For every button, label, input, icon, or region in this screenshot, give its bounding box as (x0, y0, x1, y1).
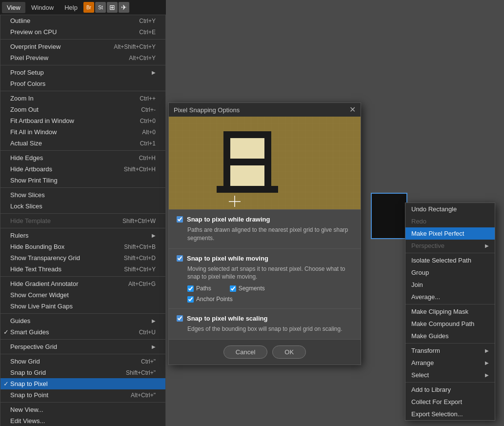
menu-tab-window[interactable]: Window (26, 2, 59, 13)
menu-item-hide-bounding-box[interactable]: Hide Bounding Box Shift+Ctrl+B (0, 241, 165, 252)
snap-scaling-checkbox[interactable] (177, 315, 183, 322)
ctx-sep-3 (405, 343, 495, 344)
menu-item-pixel-preview[interactable]: Pixel Preview Alt+Ctrl+Y (0, 52, 165, 63)
menu-item-show-corner-widget[interactable]: Show Corner Widget (0, 289, 165, 301)
dialog-preview (169, 117, 361, 209)
ctx-make-compound-path[interactable]: Make Compound Path (405, 318, 495, 330)
menu-item-fit-artboard[interactable]: Fit Artboard in Window Ctrl+0 (0, 115, 165, 126)
ctx-undo-rectangle[interactable]: Undo Rectangle (405, 203, 495, 215)
snap-moving-checkbox[interactable] (177, 255, 183, 262)
separator-9 (0, 313, 165, 314)
menu-item-guides[interactable]: Guides ▶ (0, 315, 165, 326)
st-icon[interactable]: St (95, 2, 106, 13)
br-icon[interactable]: Br (83, 2, 94, 13)
menu-item-show-grid[interactable]: Show Grid Ctrl+" (0, 356, 165, 367)
separator-11 (0, 354, 165, 354)
menu-item-overprint[interactable]: Overprint Preview Alt+Shift+Ctrl+Y (0, 41, 165, 52)
anchor-points-checkbox-label: Anchor Points (187, 296, 233, 303)
plane-icon[interactable]: ✈ (119, 2, 129, 13)
ctx-arrange[interactable]: Arrange ▶ (405, 357, 495, 369)
dialog-titlebar: Pixel Snapping Options ✕ (169, 103, 361, 117)
context-menu: Undo Rectangle Redo Make Pixel Perfect P… (405, 203, 495, 421)
ctx-select[interactable]: Select ▶ (405, 369, 495, 381)
ctx-transform[interactable]: Transform ▶ (405, 345, 495, 357)
menu-item-show-print-tiling[interactable]: Show Print Tiling (0, 175, 165, 186)
ctx-isolate-selected-path[interactable]: Isolate Selected Path (405, 254, 495, 266)
segments-checkbox-label: Segments (230, 285, 265, 292)
ctx-add-to-library[interactable]: Add to Library (405, 384, 495, 396)
separator-12 (0, 402, 165, 403)
ctx-redo: Redo (405, 215, 495, 227)
ctx-join[interactable]: Join (405, 279, 495, 291)
ctx-average[interactable]: Average... (405, 291, 495, 303)
segments-checkbox[interactable] (230, 285, 236, 292)
ctx-make-pixel-perfect[interactable]: Make Pixel Perfect (405, 227, 495, 240)
svg-rect-6 (217, 186, 278, 193)
separator-8 (0, 276, 165, 277)
ctx-export-selection[interactable]: Export Selection... (405, 408, 495, 420)
ctx-sep-4 (405, 382, 495, 383)
svg-rect-5 (223, 159, 271, 165)
menu-item-smart-guides[interactable]: Smart Guides Ctrl+U (0, 326, 165, 338)
menu-item-show-transparency-grid[interactable]: Show Transparency Grid Shift+Ctrl+D (0, 252, 165, 264)
ctx-collect-for-export[interactable]: Collect For Export (405, 396, 495, 408)
menu-item-hide-gradient-annotator[interactable]: Hide Gradient Annotator Alt+Ctrl+G (0, 278, 165, 289)
snap-moving-title: Snap to pixel while moving (177, 255, 353, 262)
separator-7 (0, 228, 165, 228)
menu-item-edit-views[interactable]: Edit Views... (0, 415, 165, 426)
ctx-group[interactable]: Group (405, 266, 495, 279)
menu-bar-tabs: View Window Help Br St ⊞ ✈ (0, 0, 166, 15)
menu-item-perspective-grid[interactable]: Perspective Grid ▶ (0, 341, 165, 352)
menu-item-snap-to-pixel[interactable]: Snap to Pixel (0, 378, 165, 389)
ctx-make-guides[interactable]: Make Guides (405, 330, 495, 342)
view-dropdown-menu: Outline Ctrl+Y Preview on CPU Ctrl+E Ove… (0, 15, 166, 426)
ctx-sep-1 (405, 253, 495, 253)
dialog-title: Pixel Snapping Options (174, 106, 240, 114)
menu-item-show-slices[interactable]: Show Slices (0, 189, 165, 201)
menu-item-snap-to-point[interactable]: Snap to Point Alt+Ctrl+" (0, 389, 165, 401)
anchor-points-row: Anchor Points (187, 296, 353, 303)
anchor-points-checkbox[interactable] (187, 296, 194, 303)
ctx-sep-2 (405, 304, 495, 304)
pixel-snapping-dialog: Pixel Snapping Options ✕ (168, 102, 361, 365)
grid-icon[interactable]: ⊞ (107, 2, 118, 13)
cancel-button[interactable]: Cancel (223, 345, 267, 359)
menu-item-hide-edges[interactable]: Hide Edges Ctrl+H (0, 152, 165, 163)
menu-bar: View Window Help Br St ⊞ ✈ Outline Ctrl+… (0, 0, 166, 426)
separator-5 (0, 187, 165, 188)
separator-4 (0, 150, 165, 151)
menu-item-rulers[interactable]: Rulers ▶ (0, 230, 165, 241)
menu-item-preview-cpu[interactable]: Preview on CPU Ctrl+E (0, 26, 165, 38)
ctx-perspective: Perspective ▶ (405, 240, 495, 252)
menu-item-hide-text-threads[interactable]: Hide Text Threads Shift+Ctrl+Y (0, 264, 165, 275)
snap-scaling-section: Snap to pixel while scaling Edges of the… (169, 308, 361, 339)
menu-item-actual-size[interactable]: Actual Size Ctrl+1 (0, 138, 165, 149)
separator-2 (0, 65, 165, 65)
menu-item-hide-artboards[interactable]: Hide Artboards Shift+Ctrl+H (0, 163, 165, 175)
menu-item-lock-slices[interactable]: Lock Slices (0, 201, 165, 212)
svg-rect-7 (230, 138, 264, 159)
separator-1 (0, 39, 165, 40)
snap-drawing-checkbox[interactable] (177, 216, 183, 223)
menu-item-snap-to-grid[interactable]: Snap to Grid Shift+Ctrl+" (0, 367, 165, 378)
menu-item-zoom-out[interactable]: Zoom Out Ctrl+- (0, 104, 165, 115)
snap-scaling-desc: Edges of the bounding box will snap to p… (187, 325, 353, 333)
snap-drawing-desc: Paths are drawn aligned to the nearest p… (187, 226, 353, 243)
menu-item-show-live-paint-gaps[interactable]: Show Live Paint Gaps (0, 301, 165, 312)
ok-button[interactable]: OK (272, 345, 306, 359)
snap-moving-desc: Moving selected art snaps it to nearest … (187, 265, 353, 282)
ctx-make-clipping-mask[interactable]: Make Clipping Mask (405, 305, 495, 318)
menu-item-zoom-in[interactable]: Zoom In Ctrl++ (0, 93, 165, 104)
dialog-close-button[interactable]: ✕ (349, 106, 356, 114)
menu-item-proof-colors[interactable]: Proof Colors (0, 78, 165, 89)
menu-item-new-view[interactable]: New View... (0, 404, 165, 415)
menu-tab-view[interactable]: View (2, 2, 25, 13)
svg-rect-2 (223, 131, 271, 138)
snap-moving-checkboxes: Paths Segments (187, 285, 353, 292)
paths-checkbox[interactable] (187, 285, 194, 292)
menu-item-proof-setup[interactable]: Proof Setup ▶ (0, 67, 165, 78)
separator-10 (0, 339, 165, 340)
menu-item-fit-all[interactable]: Fit All in Window Alt+0 (0, 126, 165, 138)
menu-tab-help[interactable]: Help (60, 2, 82, 13)
menu-item-outline[interactable]: Outline Ctrl+Y (0, 15, 165, 26)
